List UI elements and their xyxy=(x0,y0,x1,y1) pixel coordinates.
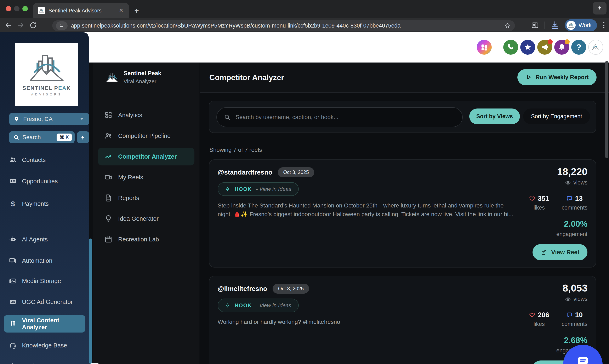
window-minimize-button[interactable] xyxy=(14,6,19,11)
calendar-icon xyxy=(104,235,112,243)
tool-nav-competitor-analyzer[interactable]: Competitor Analyzer xyxy=(98,148,194,165)
test-tubes-icon xyxy=(9,320,17,327)
tool-nav-analytics[interactable]: Analytics xyxy=(93,105,199,126)
location-selector[interactable]: Fresno, CA xyxy=(9,113,89,125)
app-launcher-button[interactable] xyxy=(477,40,492,55)
brand-logo-icon xyxy=(105,71,119,84)
new-tab-button[interactable]: + xyxy=(134,7,139,14)
sidebar-logo-card: SENTINEL PEAK ADVISORS xyxy=(15,43,78,106)
heart-icon xyxy=(529,312,535,318)
sidebar-scrollbar[interactable] xyxy=(89,238,92,364)
profile-label: Work xyxy=(579,22,592,28)
global-search-button[interactable]: Search ⌘ K xyxy=(9,131,75,143)
dashboard-icon xyxy=(104,111,112,119)
back-icon[interactable] xyxy=(4,21,13,29)
likes-count: 206 xyxy=(538,311,549,319)
browser-menu-icon[interactable] xyxy=(602,21,605,29)
sidebar-item-contacts[interactable]: Contacts xyxy=(0,149,89,170)
url-text[interactable]: app.sentinelpeaksolutions.com/v2/locatio… xyxy=(71,23,504,29)
views-count: 18,220 xyxy=(557,166,587,177)
location-pin-icon xyxy=(14,116,19,122)
sidebar-item-payments[interactable]: $ Payments xyxy=(0,193,89,214)
hook-badge[interactable]: HOOK - View in Ideas xyxy=(218,182,299,196)
search-input[interactable] xyxy=(235,114,455,120)
media-image-icon xyxy=(9,277,17,285)
download-icon[interactable] xyxy=(550,20,559,30)
url-bar[interactable]: app.sentinelpeaksolutions.com/v2/locatio… xyxy=(52,20,515,31)
quick-actions-button[interactable] xyxy=(77,131,89,143)
sort-by-engagement-button[interactable]: Sort by Engagement xyxy=(523,108,590,124)
sidebar-item-automation[interactable]: Automation xyxy=(0,250,89,271)
reel-search-field[interactable] xyxy=(216,107,463,127)
tool-nav-competitor-pipeline[interactable]: Competitor Pipeline xyxy=(93,126,199,146)
sidebar-item-ai-agents[interactable]: AI Agents xyxy=(0,229,89,250)
bell-icon xyxy=(558,43,566,51)
sidebar-item-viral-content-analyzer[interactable]: Viral Content Analyzer xyxy=(4,315,85,333)
gear-icon xyxy=(9,362,17,364)
announcements-button[interactable] xyxy=(537,40,552,55)
tab-title: Sentinel Peak Advisors xyxy=(49,8,114,14)
star-icon xyxy=(524,43,532,51)
comments-label: comments xyxy=(562,205,587,211)
video-camera-icon xyxy=(104,173,112,181)
tool-nav-recreation-lab[interactable]: Recreation Lab xyxy=(93,229,199,250)
chat-bubble-icon xyxy=(576,354,590,364)
reload-icon[interactable] xyxy=(29,21,37,29)
megaphone-icon xyxy=(540,43,549,51)
comments-label: comments xyxy=(562,321,587,327)
sidebar-item-ugc-ad-generator[interactable]: UGC Ad Generator xyxy=(0,292,89,312)
browser-tab[interactable]: Sentinel Peak Advisors ✕ xyxy=(33,3,129,18)
lightbulb-icon xyxy=(104,215,112,222)
sparkle-icon xyxy=(596,5,603,12)
tool-nav-idea-generator[interactable]: Idea Generator xyxy=(93,208,199,229)
sidebar-item-knowledge-base[interactable]: Knowledge Base xyxy=(0,335,89,356)
phone-button[interactable] xyxy=(503,40,518,55)
browser-profile-chip[interactable]: Work xyxy=(565,19,597,31)
account-avatar[interactable] xyxy=(588,40,603,55)
toolbar-right-cluster: Work xyxy=(531,18,605,32)
view-reel-button[interactable]: View Reel xyxy=(533,244,587,260)
browser-tabstrip: Sentinel Peak Advisors ✕ + xyxy=(0,0,609,18)
heart-icon xyxy=(529,195,535,202)
page-scrollbar[interactable] xyxy=(605,61,608,158)
eye-icon xyxy=(565,296,571,302)
tool-sidebar: Sentinel Peak Viral Analyzer Analytics xyxy=(93,63,199,364)
reel-date-badge: Oct 8, 2025 xyxy=(273,284,309,294)
sort-by-views-button[interactable]: Sort by Views xyxy=(469,108,520,124)
tab-close-icon[interactable]: ✕ xyxy=(118,8,124,13)
notifications-button[interactable] xyxy=(554,40,569,55)
reel-date-badge: Oct 3, 2025 xyxy=(278,167,314,177)
sidebar-item-media-storage[interactable]: Media Storage xyxy=(0,271,89,291)
help-button[interactable]: ? xyxy=(571,40,586,55)
tool-nav-my-reels[interactable]: My Reels xyxy=(93,167,199,188)
screen: Sentinel Peak Advisors ✕ + xyxy=(0,0,609,364)
forward-icon[interactable] xyxy=(17,21,25,29)
window-close-button[interactable] xyxy=(6,6,11,11)
favorites-button[interactable] xyxy=(520,40,535,55)
play-icon xyxy=(525,74,532,80)
tool-brand: Sentinel Peak Viral Analyzer xyxy=(105,70,161,85)
tool-nav-reports[interactable]: Reports xyxy=(93,188,199,208)
engagement-value: 2.00% xyxy=(564,219,587,229)
tool-sidebar-divider xyxy=(93,99,199,99)
reel-card: @standardfresno Oct 3, 2025 HOOK - View … xyxy=(209,159,596,268)
reel-caption: Working hard or hardly working? #limelit… xyxy=(218,318,518,326)
reel-username: @standardfresno xyxy=(218,169,272,176)
comments-count: 13 xyxy=(575,195,583,203)
sparkle-button[interactable] xyxy=(593,2,607,14)
hook-badge[interactable]: HOOK - View in Ideas xyxy=(218,299,299,312)
notification-dot xyxy=(548,39,553,44)
side-panel-search-icon[interactable] xyxy=(531,21,539,29)
sidebar-item-settings[interactable]: Settings xyxy=(0,356,89,364)
view-in-ideas-link[interactable]: - View in Ideas xyxy=(256,186,291,192)
bookmark-star-icon[interactable] xyxy=(504,22,511,29)
site-settings-icon[interactable] xyxy=(56,21,68,30)
file-text-icon xyxy=(104,194,112,202)
search-shortcut-badge: ⌘ K xyxy=(56,133,72,141)
view-in-ideas-link[interactable]: - View in Ideas xyxy=(256,302,291,309)
notification-dot xyxy=(565,39,570,44)
window-maximize-button[interactable] xyxy=(22,6,28,11)
run-weekly-report-button[interactable]: Run Weekly Report xyxy=(517,69,596,85)
app-header: ? xyxy=(0,32,609,63)
sidebar-item-opportunities[interactable]: Opportunities xyxy=(0,171,89,192)
